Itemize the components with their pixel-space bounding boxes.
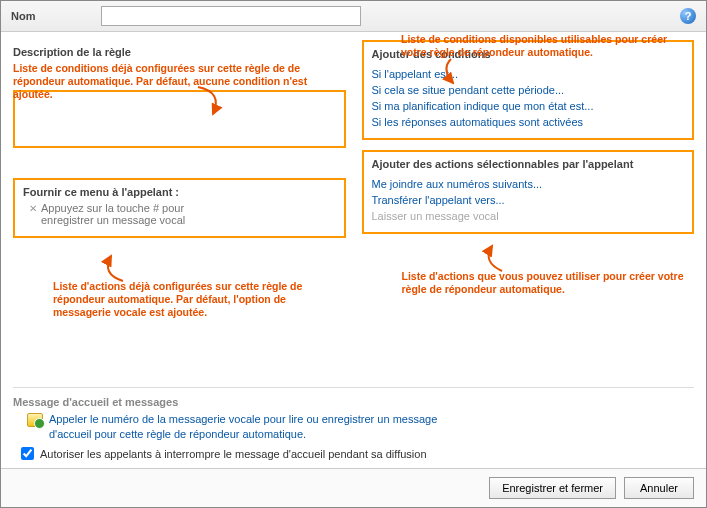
left-column: Description de la règle Liste de conditi… <box>13 40 346 381</box>
help-icon[interactable]: ? <box>680 8 696 24</box>
menu-title: Fournir ce menu à l'appelant : <box>23 186 336 198</box>
divider <box>13 387 694 388</box>
name-input[interactable] <box>101 6 361 26</box>
action-voicemail: Laisser un message vocal <box>372 208 685 224</box>
main-area: Description de la règle Liste de conditi… <box>1 32 706 385</box>
action-transfer[interactable]: Transférer l'appelant vers... <box>372 192 685 208</box>
greeting-title: Message d'accueil et messages <box>13 396 694 408</box>
add-conditions-panel: Ajouter des conditions Si l'appelant est… <box>362 40 695 140</box>
add-actions-title: Ajouter des actions sélectionnables par … <box>372 158 685 170</box>
configured-conditions-box <box>13 90 346 148</box>
remove-icon[interactable]: ✕ <box>29 202 37 216</box>
greeting-section: Message d'accueil et messages Appeler le… <box>1 390 706 468</box>
dialog-header: Nom ? <box>1 1 706 32</box>
right-column: Ajouter des conditions Si l'appelant est… <box>362 40 695 381</box>
configured-actions-box: Fournir ce menu à l'appelant : ✕ Appuyez… <box>13 178 346 238</box>
annotation-actions-available: Liste d'actions que vous pouvez utiliser… <box>402 270 692 296</box>
condition-caller-is[interactable]: Si l'appelant est... <box>372 66 685 82</box>
cancel-button[interactable]: Annuler <box>624 477 694 499</box>
voicemail-icon <box>27 413 43 427</box>
description-title: Description de la règle <box>13 46 346 58</box>
menu-item-voicemail[interactable]: ✕ Appuyez sur la touche # pour enregistr… <box>23 202 336 226</box>
save-and-close-button[interactable]: Enregistrer et fermer <box>489 477 616 499</box>
condition-during-period[interactable]: Si cela se situe pendant cette période..… <box>372 82 685 98</box>
dialog-footer: Enregistrer et fermer Annuler <box>1 468 706 507</box>
action-reach-me[interactable]: Me joindre aux numéros suivants... <box>372 176 685 192</box>
record-greeting-link[interactable]: Appeler le numéro de la messagerie vocal… <box>49 412 469 441</box>
add-conditions-title: Ajouter des conditions <box>372 48 685 60</box>
menu-item-label: Appuyez sur la touche # pour enregistrer… <box>41 202 221 226</box>
condition-schedule-status[interactable]: Si ma planification indique que mon état… <box>372 98 685 114</box>
add-actions-panel: Ajouter des actions sélectionnables par … <box>362 150 695 234</box>
allow-interrupt-checkbox[interactable] <box>21 447 34 460</box>
allow-interrupt-label: Autoriser les appelants à interrompre le… <box>40 448 427 460</box>
name-label: Nom <box>11 10 91 22</box>
condition-auto-replies[interactable]: Si les réponses automatiques sont activé… <box>372 114 685 130</box>
annotation-actions-configured: Liste d'actions déjà configurées sur cet… <box>53 280 343 319</box>
